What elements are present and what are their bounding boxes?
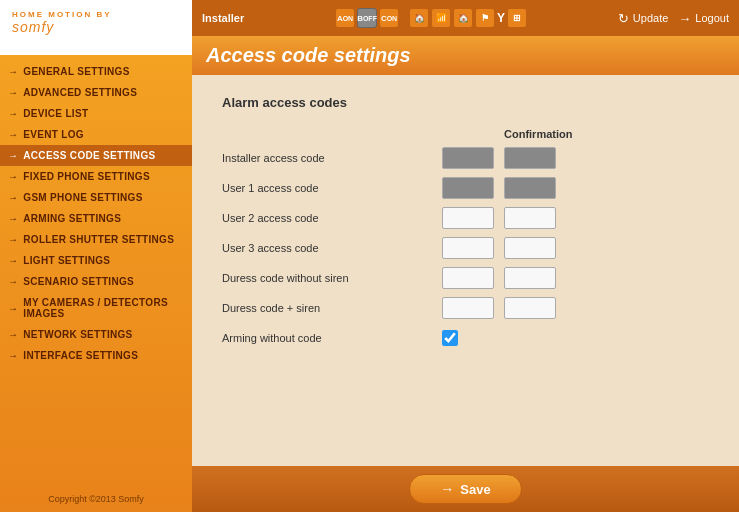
nav-item-label: ROLLER SHUTTER SETTINGS (23, 234, 174, 245)
nav-item-label: FIXED PHONE SETTINGS (23, 171, 150, 182)
nav-arrow-icon: → (8, 66, 18, 77)
form-row-arming-without-code: Arming without code (222, 326, 709, 350)
status-icon-home: 🏠 (409, 8, 429, 28)
form-row-installer-access-code: Installer access code (222, 146, 709, 170)
confirm-input-duress-without-siren[interactable] (504, 267, 556, 289)
page-title: Access code settings (206, 44, 725, 67)
sidebar-item-my-cameras-detectors-images[interactable]: →MY CAMERAS / DETECTORS IMAGES (0, 292, 192, 324)
value-input-user3-access-code[interactable] (442, 237, 494, 259)
logout-label: Logout (695, 12, 729, 24)
field-label-user2-access-code: User 2 access code (222, 212, 442, 224)
confirm-input-duress-with-siren[interactable] (504, 297, 556, 319)
header-bar: Access code settings (192, 36, 739, 75)
inputs-user1-access-code (442, 177, 556, 199)
logo-brand-text: somfy (12, 19, 54, 35)
column-headers: Confirmation (222, 128, 709, 140)
nav-arrow-icon: → (8, 192, 18, 203)
inputs-installer-access-code (442, 147, 556, 169)
form-row-user3-access-code: User 3 access code (222, 236, 709, 260)
logout-button[interactable]: → Logout (678, 11, 729, 26)
sidebar-item-event-log[interactable]: →EVENT LOG (0, 124, 192, 145)
confirmation-col-header: Confirmation (504, 128, 556, 140)
save-button[interactable]: → Save (409, 474, 521, 504)
status-icon-extra: ⊞ (507, 8, 527, 28)
installer-label: Installer (202, 12, 244, 24)
nav-arrow-icon: → (8, 108, 18, 119)
sidebar-item-device-list[interactable]: →DEVICE LIST (0, 103, 192, 124)
nav-item-label: GENERAL SETTINGS (23, 66, 129, 77)
value-input-duress-without-siren[interactable] (442, 267, 494, 289)
nav-item-label: INTERFACE SETTINGS (23, 350, 138, 361)
nav-arrow-icon: → (8, 171, 18, 182)
status-icons: AON BOFF CON 🏠 📶 🏠 ⚑ Y ⊞ (335, 8, 527, 28)
status-icon-signal: 📶 (431, 8, 451, 28)
top-actions: ↻ Update → Logout (618, 11, 729, 26)
status-icon-a: AON (335, 8, 355, 28)
confirm-input-user1-access-code[interactable] (504, 177, 556, 199)
confirm-input-user2-access-code[interactable] (504, 207, 556, 229)
sidebar-item-general-settings[interactable]: →GENERAL SETTINGS (0, 61, 192, 82)
section-title: Alarm access codes (222, 95, 709, 110)
form-row-duress-without-siren: Duress code without siren (222, 266, 709, 290)
sidebar-item-light-settings[interactable]: →LIGHT SETTINGS (0, 250, 192, 271)
nav-arrow-icon: → (8, 150, 18, 161)
nav-item-label: ARMING SETTINGS (23, 213, 121, 224)
nav-arrow-icon: → (8, 303, 18, 314)
field-label-user1-access-code: User 1 access code (222, 182, 442, 194)
nav-arrow-icon: → (8, 234, 18, 245)
value-input-user1-access-code[interactable] (442, 177, 494, 199)
form-row-duress-with-siren: Duress code + siren (222, 296, 709, 320)
checkbox-arming-without-code[interactable] (442, 330, 458, 346)
status-icon-phone: 🏠 (453, 8, 473, 28)
status-icon-c: CON (379, 8, 399, 28)
form-row-user2-access-code: User 2 access code (222, 206, 709, 230)
nav-items: →GENERAL SETTINGS→ADVANCED SETTINGS→DEVI… (0, 55, 192, 486)
sidebar-footer: Copyright ©2013 Somfy (0, 486, 192, 512)
logo-brand: somfy (12, 19, 54, 47)
nav-item-label: GSM PHONE SETTINGS (23, 192, 142, 203)
value-col-header (442, 128, 494, 140)
value-input-duress-with-siren[interactable] (442, 297, 494, 319)
status-icon-b: BOFF (357, 8, 377, 28)
nav-arrow-icon: → (8, 255, 18, 266)
sidebar-item-network-settings[interactable]: →NETWORK SETTINGS (0, 324, 192, 345)
logout-icon: → (678, 11, 691, 26)
sidebar-item-access-code-settings[interactable]: →ACCESS CODE SETTINGS (0, 145, 192, 166)
form-rows: Installer access codeUser 1 access codeU… (222, 146, 709, 350)
sidebar: HOME MOTION BY somfy →GENERAL SETTINGS→A… (0, 0, 192, 512)
sidebar-item-gsm-phone-settings[interactable]: →GSM PHONE SETTINGS (0, 187, 192, 208)
sidebar-item-roller-shutter-settings[interactable]: →ROLLER SHUTTER SETTINGS (0, 229, 192, 250)
nav-arrow-icon: → (8, 87, 18, 98)
update-button[interactable]: ↻ Update (618, 11, 668, 26)
update-label: Update (633, 12, 668, 24)
confirm-input-installer-access-code[interactable] (504, 147, 556, 169)
sidebar-item-arming-settings[interactable]: →ARMING SETTINGS (0, 208, 192, 229)
nav-arrow-icon: → (8, 213, 18, 224)
sidebar-item-fixed-phone-settings[interactable]: →FIXED PHONE SETTINGS (0, 166, 192, 187)
sidebar-item-advanced-settings[interactable]: →ADVANCED SETTINGS (0, 82, 192, 103)
logo-area: HOME MOTION BY somfy (0, 0, 192, 55)
inputs-user2-access-code (442, 207, 556, 229)
confirm-input-user3-access-code[interactable] (504, 237, 556, 259)
content-area: Alarm access codes Confirmation Installe… (192, 75, 739, 466)
form-row-user1-access-code: User 1 access code (222, 176, 709, 200)
value-input-user2-access-code[interactable] (442, 207, 494, 229)
sidebar-item-scenario-settings[interactable]: →SCENARIO SETTINGS (0, 271, 192, 292)
status-icon-flag: ⚑ (475, 8, 495, 28)
nav-item-label: DEVICE LIST (23, 108, 88, 119)
field-label-installer-access-code: Installer access code (222, 152, 442, 164)
field-label-user3-access-code: User 3 access code (222, 242, 442, 254)
sidebar-item-interface-settings[interactable]: →INTERFACE SETTINGS (0, 345, 192, 366)
nav-item-label: ADVANCED SETTINGS (23, 87, 137, 98)
inputs-duress-without-siren (442, 267, 556, 289)
field-label-arming-without-code: Arming without code (222, 332, 442, 344)
nav-item-label: NETWORK SETTINGS (23, 329, 132, 340)
nav-item-label: MY CAMERAS / DETECTORS IMAGES (23, 297, 182, 319)
footer-bar: → Save (192, 466, 739, 512)
main-content: Installer AON BOFF CON 🏠 📶 🏠 ⚑ Y ⊞ ↻ Upd… (192, 0, 739, 512)
nav-item-label: LIGHT SETTINGS (23, 255, 110, 266)
nav-item-label: EVENT LOG (23, 129, 83, 140)
top-bar: Installer AON BOFF CON 🏠 📶 🏠 ⚑ Y ⊞ ↻ Upd… (192, 0, 739, 36)
value-input-installer-access-code[interactable] (442, 147, 494, 169)
inputs-header: Confirmation (442, 128, 556, 140)
